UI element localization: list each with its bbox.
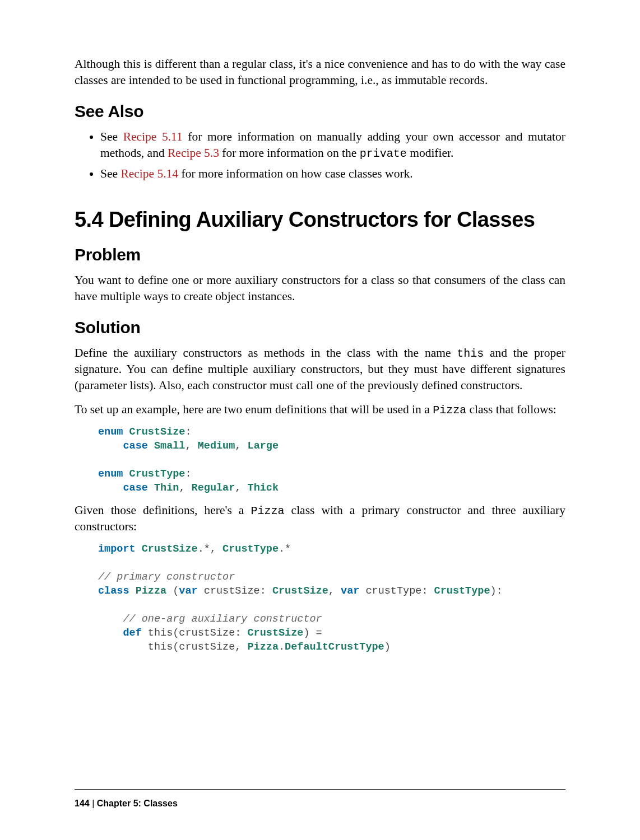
keyword: import	[98, 543, 136, 555]
text: for more information on the	[219, 146, 360, 160]
code-inline: private	[360, 147, 407, 160]
ident: this(crustSize,	[148, 641, 248, 653]
type: CrustType	[129, 468, 185, 480]
code-block-pizza: import CrustSize.*, CrustType.* // prima…	[98, 543, 565, 655]
text: Given those definitions, here's a	[75, 503, 251, 517]
recipe-link[interactable]: Recipe 5.14	[120, 167, 178, 180]
punct: :	[185, 426, 191, 438]
code-inline: Pizza	[251, 505, 285, 517]
text: See	[100, 130, 123, 143]
solution-paragraph: To set up an example, here are two enum …	[75, 402, 565, 418]
punct: ,	[185, 440, 197, 452]
section-heading: 5.4 Defining Auxiliary Constructors for …	[75, 208, 565, 232]
ident: crustType:	[359, 585, 434, 597]
footer-rule	[75, 789, 565, 790]
ident: Large	[248, 440, 279, 452]
punct: ,	[235, 482, 247, 494]
ident: Small	[154, 440, 185, 452]
keyword: case	[123, 440, 147, 452]
type: CrustType	[434, 585, 490, 597]
recipe-link[interactable]: Recipe 5.3	[168, 146, 219, 160]
punct: )	[384, 641, 391, 653]
keyword: case	[123, 482, 147, 494]
keyword: var	[179, 585, 197, 597]
punct: .	[279, 641, 285, 653]
intro-paragraph: Although this is different than a regula…	[75, 56, 565, 88]
punct: .*,	[198, 543, 222, 555]
page-number: 144	[75, 799, 90, 808]
type: CrustSize	[247, 627, 303, 639]
comment: // primary constructor	[98, 571, 235, 583]
punct: .*	[279, 543, 291, 555]
type: CrustSize	[129, 426, 185, 438]
ident: Thin	[154, 482, 179, 494]
punct: ) =	[303, 627, 322, 639]
separator: |	[90, 799, 97, 808]
type: CrustSize	[142, 543, 198, 555]
ident: Thick	[248, 482, 279, 494]
comment: // one-arg auxiliary constructor	[123, 613, 322, 625]
text: for more information on how case classes…	[178, 167, 413, 180]
see-also-list: See Recipe 5.11 for more information on …	[75, 129, 565, 182]
punct: ,	[179, 482, 191, 494]
keyword: enum	[98, 426, 123, 438]
text: class that follows:	[466, 403, 556, 416]
text: Define the auxiliary constructors as met…	[75, 346, 457, 360]
solution-paragraph: Define the auxiliary constructors as met…	[75, 345, 565, 394]
text: To set up an example, here are two enum …	[75, 403, 433, 416]
punct: (	[166, 585, 179, 597]
punct: ):	[490, 585, 503, 597]
punct: :	[185, 468, 191, 480]
ident: Medium	[198, 440, 235, 452]
type: CrustType	[222, 543, 279, 555]
page: Although this is different than a regula…	[0, 0, 640, 840]
code-inline: Pizza	[433, 404, 466, 417]
type: DefaultCrustType	[285, 641, 384, 653]
problem-paragraph: You want to define one or more auxiliary…	[75, 272, 565, 305]
type: Pizza	[136, 585, 167, 597]
list-item: See Recipe 5.11 for more information on …	[100, 129, 565, 161]
recipe-link[interactable]: Recipe 5.11	[123, 130, 183, 143]
ident: this(crustSize:	[142, 627, 248, 639]
list-item: See Recipe 5.14 for more information on …	[100, 166, 565, 182]
problem-heading: Problem	[75, 245, 565, 264]
code-inline: this	[457, 347, 484, 360]
see-also-heading: See Also	[75, 102, 565, 121]
keyword: class	[98, 585, 129, 597]
solution-heading: Solution	[75, 318, 565, 337]
punct: ,	[235, 440, 247, 452]
solution-paragraph: Given those definitions, here's a Pizza …	[75, 502, 565, 535]
keyword: enum	[98, 468, 123, 480]
type: Pizza	[247, 641, 279, 653]
keyword: var	[341, 585, 359, 597]
ident: crustSize:	[198, 585, 272, 597]
keyword: def	[123, 627, 141, 639]
punct: ,	[328, 585, 341, 597]
type: CrustSize	[272, 585, 328, 597]
ident: Regular	[192, 482, 235, 494]
page-footer: 144 | Chapter 5: Classes	[75, 799, 178, 809]
code-block-enum: enum CrustSize: case Small, Medium, Larg…	[98, 426, 565, 496]
text: modifier.	[407, 146, 454, 160]
text: See	[100, 167, 120, 180]
chapter-label: Chapter 5: Classes	[97, 799, 178, 808]
